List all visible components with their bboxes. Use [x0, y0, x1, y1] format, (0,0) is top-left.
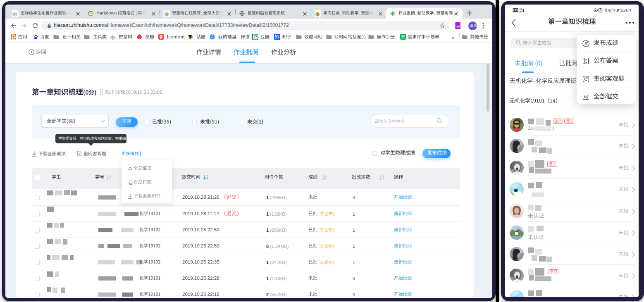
svg-text:RP: RP — [456, 25, 460, 28]
svg-text:55: 55 — [612, 9, 615, 12]
svg-text:15:04: 15:04 — [620, 8, 631, 13]
svg-text:4G: 4G — [519, 8, 522, 10]
svg-text:HD: HD — [513, 8, 518, 12]
